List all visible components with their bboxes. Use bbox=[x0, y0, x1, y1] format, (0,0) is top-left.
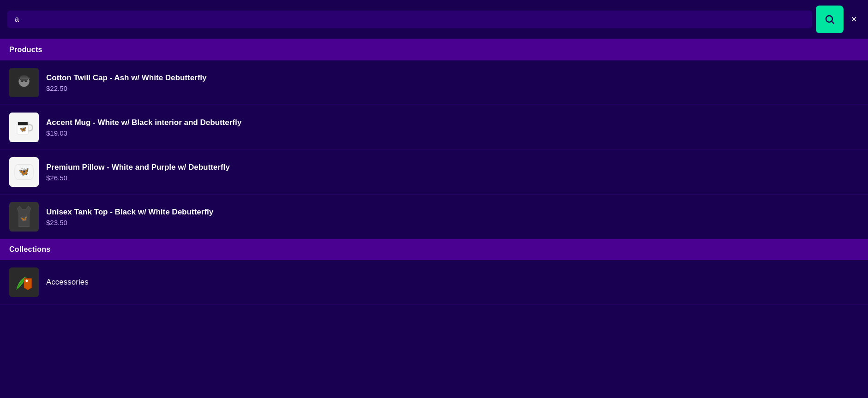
collection-item[interactable]: Accessories bbox=[0, 260, 868, 305]
product-info: Unisex Tank Top - Black w/ White Debutte… bbox=[46, 208, 859, 226]
collection-info: Accessories bbox=[46, 278, 89, 287]
tank-thumbnail-icon: 🦋 bbox=[14, 205, 34, 228]
product-price: $23.50 bbox=[46, 219, 859, 226]
svg-point-14 bbox=[25, 279, 28, 282]
mug-thumbnail-icon: 🦋 bbox=[14, 117, 34, 137]
product-list: Cotton Twill Cap - Ash w/ White Debutter… bbox=[0, 60, 868, 239]
svg-point-7 bbox=[25, 81, 27, 82]
collection-name: Accessories bbox=[46, 278, 89, 287]
product-name: Cotton Twill Cap - Ash w/ White Debutter… bbox=[46, 73, 859, 83]
svg-rect-4 bbox=[18, 77, 30, 79]
product-info: Premium Pillow - White and Purple w/ Deb… bbox=[46, 163, 859, 182]
svg-text:🦋: 🦋 bbox=[20, 215, 28, 222]
product-item[interactable]: 🦋 Unisex Tank Top - Black w/ White Debut… bbox=[0, 195, 868, 239]
product-name: Unisex Tank Top - Black w/ White Debutte… bbox=[46, 208, 859, 217]
collections-section-header: Collections bbox=[0, 239, 868, 260]
product-item[interactable]: Cotton Twill Cap - Ash w/ White Debutter… bbox=[0, 60, 868, 105]
svg-point-6 bbox=[21, 81, 23, 82]
product-thumbnail: 🦋 bbox=[9, 113, 39, 142]
search-icon bbox=[824, 14, 835, 25]
product-name: Accent Mug - White w/ Black interior and… bbox=[46, 118, 859, 127]
product-item[interactable]: 🦋 Accent Mug - White w/ Black interior a… bbox=[0, 105, 868, 150]
search-bar: × bbox=[0, 0, 868, 39]
accessories-thumbnail-icon bbox=[12, 271, 36, 294]
svg-text:🦋: 🦋 bbox=[18, 166, 29, 177]
product-price: $19.03 bbox=[46, 129, 859, 137]
search-button[interactable] bbox=[816, 6, 844, 33]
product-info: Accent Mug - White w/ Black interior and… bbox=[46, 118, 859, 137]
svg-rect-9 bbox=[18, 122, 28, 125]
svg-line-1 bbox=[832, 22, 834, 24]
products-section-header: Products bbox=[0, 39, 868, 60]
products-section-title: Products bbox=[9, 46, 42, 53]
cap-thumbnail-icon bbox=[12, 71, 36, 94]
close-button[interactable]: × bbox=[847, 10, 861, 29]
product-price: $22.50 bbox=[46, 84, 859, 92]
svg-text:🦋: 🦋 bbox=[19, 125, 27, 133]
svg-rect-5 bbox=[18, 77, 20, 79]
pillow-thumbnail-icon: 🦋 bbox=[12, 160, 36, 184]
product-thumbnail bbox=[9, 68, 39, 97]
collection-thumbnail bbox=[9, 267, 39, 297]
collection-list: Accessories bbox=[0, 260, 868, 305]
product-thumbnail: 🦋 bbox=[9, 202, 39, 232]
product-info: Cotton Twill Cap - Ash w/ White Debutter… bbox=[46, 73, 859, 92]
product-item[interactable]: 🦋 Premium Pillow - White and Purple w/ D… bbox=[0, 150, 868, 195]
product-price: $26.50 bbox=[46, 174, 859, 182]
product-thumbnail: 🦋 bbox=[9, 157, 39, 187]
collections-section-title: Collections bbox=[9, 245, 51, 253]
search-input-wrapper bbox=[7, 11, 812, 28]
search-input[interactable] bbox=[15, 15, 805, 24]
product-name: Premium Pillow - White and Purple w/ Deb… bbox=[46, 163, 859, 172]
